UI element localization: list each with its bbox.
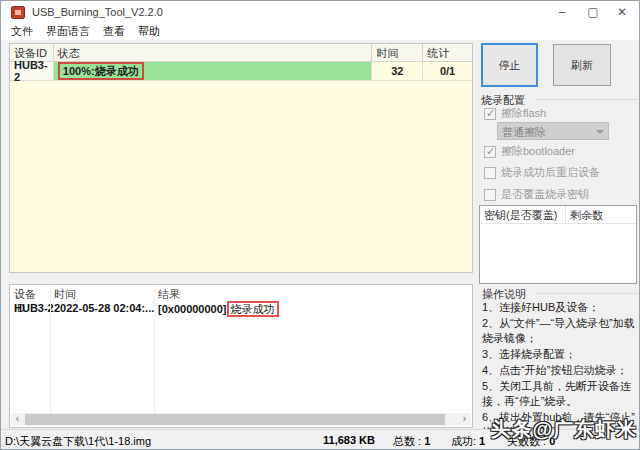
option-label: 擦除bootloader: [501, 144, 575, 159]
header-remaining: 剩余数: [566, 206, 607, 223]
horizontal-scrollbar[interactable]: ‹ ›: [11, 413, 471, 426]
divider: [50, 285, 51, 413]
app-window: USB_Burning_Tool_V2.2.0 – ▢ ✕ 文件 界面语言 查看…: [0, 0, 640, 450]
status-file-size: 11,683 KB: [323, 434, 375, 446]
scroll-left-icon[interactable]: ‹: [11, 413, 24, 426]
key-table-header: 密钥(是否覆盖) 剩余数: [480, 206, 636, 224]
checkbox-overwrite-key[interactable]: [484, 189, 496, 201]
instruction-step: 5、关闭工具前，先断开设备连接，再“停止”烧录。: [482, 379, 639, 409]
instruction-step: 1、连接好HUB及设备；: [482, 300, 639, 315]
instruction-step: 2、从“文件”—“导入烧录包”加载烧录镜像；: [482, 316, 639, 346]
checkbox-erase-flash[interactable]: [484, 108, 496, 120]
header-key-overwrite: 密钥(是否覆盖): [480, 206, 566, 223]
chevron-down-icon: [596, 130, 604, 134]
window-title: USB_Burning_Tool_V2.2.0: [32, 6, 163, 18]
log-header-device-id: 设备ID: [10, 285, 50, 302]
device-id-cell: HUB3-2: [10, 62, 54, 80]
watermark: 头条@广东虾米: [490, 416, 637, 443]
checkbox-reboot-after[interactable]: [484, 167, 496, 179]
option-erase-flash[interactable]: 擦除flash: [484, 106, 546, 121]
divider: [154, 285, 155, 413]
option-label: 烧录成功后重启设备: [501, 165, 600, 180]
divider: [535, 99, 638, 100]
title-bar: USB_Burning_Tool_V2.2.0 – ▢ ✕: [1, 1, 639, 23]
erase-mode-select[interactable]: 普通擦除: [497, 122, 609, 140]
option-erase-bootloader[interactable]: 擦除bootloader: [484, 144, 575, 159]
instruction-step: 3、选择烧录配置；: [482, 347, 639, 362]
maximize-button[interactable]: ▢: [578, 1, 608, 23]
log-panel: 设备ID 时间 结果 HUB3-2 2022-05-28 02:04:... […: [9, 284, 473, 428]
refresh-button[interactable]: 刷新: [553, 44, 611, 86]
checkbox-erase-bootloader[interactable]: [484, 146, 496, 158]
minimize-button[interactable]: –: [547, 1, 577, 23]
stats-cell: 0/1: [423, 62, 472, 80]
status-file-path: D:\天翼云盘下载\1代\1-18.img: [5, 434, 151, 449]
menu-language[interactable]: 界面语言: [46, 24, 90, 39]
status-success: 成功:1: [451, 434, 485, 449]
log-time: 2022-05-28 02:04:...: [50, 302, 154, 318]
app-icon: [11, 6, 25, 19]
log-header-result: 结果: [154, 285, 472, 302]
status-success-value: 1: [479, 435, 485, 447]
scroll-right-icon[interactable]: ›: [458, 413, 471, 426]
log-row[interactable]: HUB3-2 2022-05-28 02:04:... [0x00000000]…: [10, 302, 472, 318]
header-time: 时间: [372, 44, 423, 61]
log-result-code: [0x00000000]: [158, 303, 227, 315]
status-total-value: 1: [424, 435, 430, 447]
log-result-annotated: 烧录成功: [227, 301, 279, 317]
status-total-label: 总数 :: [393, 435, 421, 447]
menu-help[interactable]: 帮助: [138, 24, 160, 39]
stop-button[interactable]: 停止: [481, 43, 538, 87]
device-table: 设备ID 状态 时间 统计 HUB3-2 100%:烧录成功 32 0/1: [9, 43, 473, 273]
status-text-annotated: 100%:烧录成功: [58, 62, 144, 80]
log-result: [0x00000000]烧录成功: [154, 302, 472, 318]
option-label: 是否覆盖烧录密钥: [501, 187, 589, 202]
header-status: 状态: [54, 44, 373, 61]
option-overwrite-key[interactable]: 是否覆盖烧录密钥: [484, 187, 589, 202]
status-total: 总数 :1: [393, 434, 430, 449]
menu-file[interactable]: 文件: [11, 24, 33, 39]
option-reboot-after[interactable]: 烧录成功后重启设备: [484, 165, 600, 180]
device-table-header: 设备ID 状态 时间 统计: [10, 44, 472, 62]
key-table: 密钥(是否覆盖) 剩余数: [479, 205, 637, 284]
log-device-id: HUB3-2: [10, 302, 50, 318]
time-cell: 32: [372, 62, 423, 80]
divider: [536, 293, 638, 294]
menu-bar: 文件 界面语言 查看 帮助: [1, 23, 639, 40]
table-row[interactable]: HUB3-2 100%:烧录成功 32 0/1: [10, 62, 472, 81]
menu-view[interactable]: 查看: [103, 24, 125, 39]
status-cell: 100%:烧录成功: [54, 62, 373, 80]
instruction-step: 4、点击“开始”按钮启动烧录；: [482, 363, 639, 378]
option-label: 擦除flash: [501, 106, 546, 121]
log-header-time: 时间: [50, 285, 154, 302]
log-table-header: 设备ID 时间 结果: [10, 285, 472, 302]
scrollbar-thumb[interactable]: [25, 414, 445, 425]
erase-mode-value: 普通擦除: [502, 126, 546, 138]
header-stats: 统计: [423, 44, 472, 61]
status-success-label: 成功:: [451, 435, 476, 447]
close-button[interactable]: ✕: [607, 1, 637, 23]
